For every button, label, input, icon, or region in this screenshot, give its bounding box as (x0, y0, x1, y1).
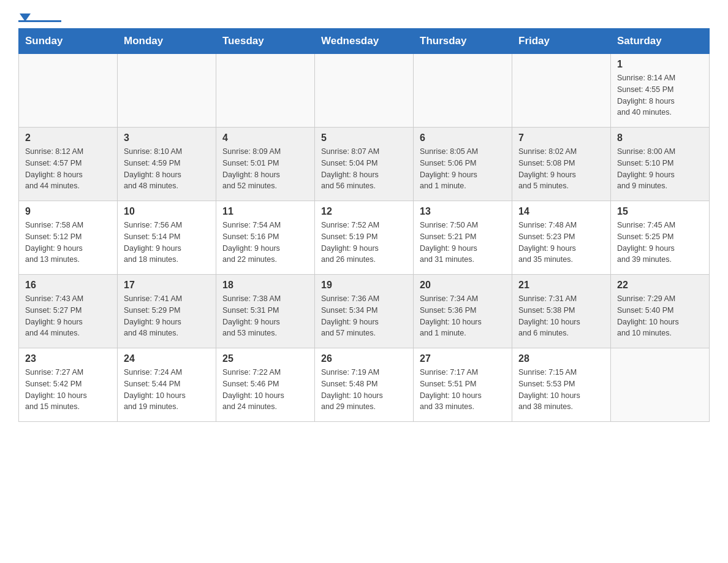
day-info: Sunrise: 7:36 AMSunset: 5:34 PMDaylight:… (321, 293, 407, 339)
day-info: Sunrise: 8:00 AMSunset: 5:10 PMDaylight:… (617, 146, 703, 192)
day-info: Sunrise: 7:22 AMSunset: 5:46 PMDaylight:… (222, 367, 308, 413)
day-number: 23 (25, 353, 111, 364)
calendar-day-cell: 23Sunrise: 7:27 AMSunset: 5:42 PMDayligh… (19, 348, 118, 422)
calendar-header-row: SundayMondayTuesdayWednesdayThursdayFrid… (19, 29, 710, 54)
day-number: 26 (321, 353, 407, 364)
calendar-day-cell: 19Sunrise: 7:36 AMSunset: 5:34 PMDayligh… (315, 275, 414, 348)
day-number: 3 (124, 132, 210, 144)
calendar-day-header: Friday (512, 29, 611, 54)
logo (18, 12, 64, 22)
day-info: Sunrise: 7:29 AMSunset: 5:40 PMDaylight:… (617, 293, 703, 339)
calendar-day-cell: 11Sunrise: 7:54 AMSunset: 5:16 PMDayligh… (216, 201, 315, 275)
calendar-day-cell: 12Sunrise: 7:52 AMSunset: 5:19 PMDayligh… (315, 201, 414, 275)
calendar-day-cell: 10Sunrise: 7:56 AMSunset: 5:14 PMDayligh… (118, 201, 216, 275)
calendar-day-cell (315, 54, 414, 128)
calendar-day-header: Sunday (19, 29, 118, 54)
day-info: Sunrise: 7:31 AMSunset: 5:38 PMDaylight:… (518, 293, 604, 339)
day-info: Sunrise: 7:48 AMSunset: 5:23 PMDaylight:… (518, 220, 604, 266)
calendar-day-cell: 24Sunrise: 7:24 AMSunset: 5:44 PMDayligh… (118, 348, 216, 422)
calendar-day-header: Wednesday (315, 29, 414, 54)
day-info: Sunrise: 7:19 AMSunset: 5:48 PMDaylight:… (321, 367, 407, 413)
day-number: 16 (25, 280, 111, 291)
calendar-week-row: 16Sunrise: 7:43 AMSunset: 5:27 PMDayligh… (19, 275, 710, 348)
calendar-day-cell: 21Sunrise: 7:31 AMSunset: 5:38 PMDayligh… (512, 275, 611, 348)
calendar-day-header: Saturday (611, 29, 710, 54)
day-info: Sunrise: 7:52 AMSunset: 5:19 PMDaylight:… (321, 220, 407, 266)
calendar-day-cell: 1Sunrise: 8:14 AMSunset: 4:55 PMDaylight… (611, 54, 710, 128)
day-info: Sunrise: 7:56 AMSunset: 5:14 PMDaylight:… (124, 220, 210, 266)
day-number: 2 (25, 132, 111, 144)
day-number: 10 (124, 206, 210, 217)
day-info: Sunrise: 7:41 AMSunset: 5:29 PMDaylight:… (124, 293, 210, 339)
page-header (18, 12, 710, 22)
calendar-day-cell (512, 54, 611, 128)
calendar-day-header: Monday (118, 29, 216, 54)
day-info: Sunrise: 7:17 AMSunset: 5:51 PMDaylight:… (420, 367, 506, 413)
calendar-week-row: 1Sunrise: 8:14 AMSunset: 4:55 PMDaylight… (19, 54, 710, 128)
day-number: 15 (617, 206, 703, 217)
calendar-day-cell: 28Sunrise: 7:15 AMSunset: 5:53 PMDayligh… (512, 348, 611, 422)
day-number: 27 (420, 353, 506, 364)
calendar-day-cell: 5Sunrise: 8:07 AMSunset: 5:04 PMDaylight… (315, 128, 414, 201)
day-info: Sunrise: 8:12 AMSunset: 4:57 PMDaylight:… (25, 146, 111, 192)
day-info: Sunrise: 7:27 AMSunset: 5:42 PMDaylight:… (25, 367, 111, 413)
calendar-day-cell (216, 54, 315, 128)
day-number: 12 (321, 206, 407, 217)
calendar-day-cell: 18Sunrise: 7:38 AMSunset: 5:31 PMDayligh… (216, 275, 315, 348)
calendar-day-cell: 6Sunrise: 8:05 AMSunset: 5:06 PMDaylight… (414, 128, 512, 201)
calendar-day-cell (414, 54, 512, 128)
day-info: Sunrise: 8:10 AMSunset: 4:59 PMDaylight:… (124, 146, 210, 192)
calendar-day-cell: 22Sunrise: 7:29 AMSunset: 5:40 PMDayligh… (611, 275, 710, 348)
day-info: Sunrise: 8:14 AMSunset: 4:55 PMDaylight:… (617, 72, 703, 118)
day-info: Sunrise: 7:50 AMSunset: 5:21 PMDaylight:… (420, 220, 506, 266)
calendar-day-cell: 17Sunrise: 7:41 AMSunset: 5:29 PMDayligh… (118, 275, 216, 348)
calendar-day-cell (19, 54, 118, 128)
day-number: 19 (321, 280, 407, 291)
day-info: Sunrise: 7:34 AMSunset: 5:36 PMDaylight:… (420, 293, 506, 339)
day-number: 11 (222, 206, 308, 217)
day-info: Sunrise: 8:05 AMSunset: 5:06 PMDaylight:… (420, 146, 506, 192)
day-number: 5 (321, 132, 407, 144)
day-info: Sunrise: 8:02 AMSunset: 5:08 PMDaylight:… (518, 146, 604, 192)
calendar-week-row: 23Sunrise: 7:27 AMSunset: 5:42 PMDayligh… (19, 348, 710, 422)
calendar-day-header: Tuesday (216, 29, 315, 54)
day-number: 21 (518, 280, 604, 291)
calendar-table: SundayMondayTuesdayWednesdayThursdayFrid… (18, 28, 710, 422)
day-number: 9 (25, 206, 111, 217)
day-info: Sunrise: 7:45 AMSunset: 5:25 PMDaylight:… (617, 220, 703, 266)
calendar-day-cell: 9Sunrise: 7:58 AMSunset: 5:12 PMDaylight… (19, 201, 118, 275)
calendar-day-cell: 7Sunrise: 8:02 AMSunset: 5:08 PMDaylight… (512, 128, 611, 201)
day-number: 8 (617, 132, 703, 144)
day-number: 7 (518, 132, 604, 144)
day-number: 1 (617, 59, 703, 70)
calendar-day-cell: 16Sunrise: 7:43 AMSunset: 5:27 PMDayligh… (19, 275, 118, 348)
logo-underline (18, 20, 61, 22)
calendar-day-cell: 27Sunrise: 7:17 AMSunset: 5:51 PMDayligh… (414, 348, 512, 422)
calendar-day-cell: 8Sunrise: 8:00 AMSunset: 5:10 PMDaylight… (611, 128, 710, 201)
day-info: Sunrise: 7:15 AMSunset: 5:53 PMDaylight:… (518, 367, 604, 413)
calendar-day-cell: 2Sunrise: 8:12 AMSunset: 4:57 PMDaylight… (19, 128, 118, 201)
calendar-day-cell: 25Sunrise: 7:22 AMSunset: 5:46 PMDayligh… (216, 348, 315, 422)
calendar-day-cell (611, 348, 710, 422)
day-number: 6 (420, 132, 506, 144)
calendar-day-cell: 20Sunrise: 7:34 AMSunset: 5:36 PMDayligh… (414, 275, 512, 348)
calendar-day-cell: 15Sunrise: 7:45 AMSunset: 5:25 PMDayligh… (611, 201, 710, 275)
calendar-week-row: 2Sunrise: 8:12 AMSunset: 4:57 PMDaylight… (19, 128, 710, 201)
day-info: Sunrise: 7:58 AMSunset: 5:12 PMDaylight:… (25, 220, 111, 266)
day-number: 4 (222, 132, 308, 144)
calendar-week-row: 9Sunrise: 7:58 AMSunset: 5:12 PMDaylight… (19, 201, 710, 275)
calendar-day-cell: 13Sunrise: 7:50 AMSunset: 5:21 PMDayligh… (414, 201, 512, 275)
day-info: Sunrise: 7:54 AMSunset: 5:16 PMDaylight:… (222, 220, 308, 266)
day-number: 18 (222, 280, 308, 291)
calendar-day-cell: 26Sunrise: 7:19 AMSunset: 5:48 PMDayligh… (315, 348, 414, 422)
calendar-day-cell: 14Sunrise: 7:48 AMSunset: 5:23 PMDayligh… (512, 201, 611, 275)
calendar-day-header: Thursday (414, 29, 512, 54)
day-number: 17 (124, 280, 210, 291)
day-number: 13 (420, 206, 506, 217)
calendar-day-cell: 4Sunrise: 8:09 AMSunset: 5:01 PMDaylight… (216, 128, 315, 201)
day-info: Sunrise: 7:24 AMSunset: 5:44 PMDaylight:… (124, 367, 210, 413)
day-info: Sunrise: 7:43 AMSunset: 5:27 PMDaylight:… (25, 293, 111, 339)
day-info: Sunrise: 8:07 AMSunset: 5:04 PMDaylight:… (321, 146, 407, 192)
day-number: 24 (124, 353, 210, 364)
day-number: 14 (518, 206, 604, 217)
